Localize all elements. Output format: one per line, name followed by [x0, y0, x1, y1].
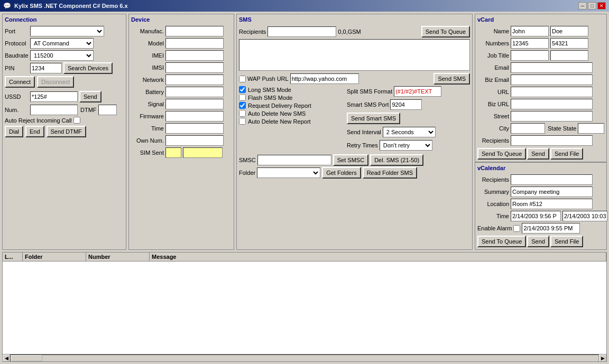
- email-input[interactable]: [511, 62, 593, 73]
- minimize-button[interactable]: ─: [578, 2, 587, 10]
- get-folders-button[interactable]: Get Folders: [322, 167, 361, 179]
- vc-send-button[interactable]: Send: [527, 148, 549, 160]
- port-select[interactable]: [30, 26, 104, 36]
- recipients-label: Recipients: [239, 29, 266, 35]
- biz-url-input[interactable]: [511, 99, 593, 109]
- vcal-location-input[interactable]: Room #512: [511, 199, 593, 209]
- vc-recipients-input[interactable]: [511, 135, 593, 146]
- smart-port-input[interactable]: 9204: [390, 99, 422, 110]
- vcal-summary-input[interactable]: Company meeting: [511, 186, 593, 197]
- signal-row: Signal: [131, 99, 232, 109]
- manufac-input[interactable]: [165, 26, 224, 36]
- signal-input[interactable]: [165, 99, 224, 109]
- time-input[interactable]: [165, 123, 224, 134]
- folder-select[interactable]: [257, 167, 320, 178]
- ussd-input[interactable]: *125#: [30, 91, 78, 102]
- battery-input[interactable]: [165, 87, 224, 97]
- vcal-time-input1[interactable]: 2/14/2003 9:56 P: [511, 211, 561, 221]
- vcal-send-file-button[interactable]: Send File: [550, 236, 583, 247]
- street-input[interactable]: [511, 111, 593, 122]
- connect-button[interactable]: Connect: [5, 76, 35, 88]
- last-name-input[interactable]: Doe: [550, 26, 588, 36]
- ussd-send-button[interactable]: Send: [79, 91, 102, 102]
- long-sms-checkbox[interactable]: [239, 86, 246, 93]
- del-sms-button[interactable]: Del. SMS (21-50): [370, 154, 423, 166]
- split-input[interactable]: (#1/#2)#TEXT: [394, 86, 441, 97]
- message-textarea[interactable]: [239, 39, 470, 71]
- scroll-thumb[interactable]: [11, 355, 42, 361]
- ussd-label: USSD: [5, 94, 29, 100]
- sim-sent-input2[interactable]: [183, 147, 223, 158]
- firmware-row: Firmware: [131, 111, 232, 122]
- own-num-input[interactable]: [165, 135, 224, 146]
- network-row: Network: [131, 74, 232, 85]
- wap-checkbox[interactable]: [239, 76, 246, 82]
- send-sms-button[interactable]: Send SMS: [433, 73, 470, 85]
- search-devices-button[interactable]: Search Devices: [63, 62, 113, 74]
- biz-email-input[interactable]: [511, 74, 593, 85]
- send-interval-label: Send Interval: [347, 129, 381, 135]
- close-button[interactable]: ✕: [597, 2, 606, 10]
- number2-input[interactable]: 54321: [550, 38, 588, 49]
- pin-input[interactable]: 1234: [30, 63, 62, 73]
- wap-input[interactable]: http://wap.yahoo.com: [290, 73, 359, 84]
- number1-input[interactable]: 12345: [511, 38, 549, 49]
- dtmf-row: Num. DTMF: [5, 105, 124, 115]
- send-interval-row: Send Interval 1 Second 2 Seconds 5 Secon…: [347, 127, 470, 137]
- send-interval-select[interactable]: 1 Second 2 Seconds 5 Seconds 10 Seconds: [383, 127, 436, 137]
- vc-recipients-row: Recipients: [477, 135, 604, 146]
- recipients-input[interactable]: [267, 26, 336, 37]
- send-dtmf-button[interactable]: Send DTMF: [47, 126, 86, 137]
- wap-row: WAP Push URL http://wap.yahoo.com Send S…: [239, 73, 470, 85]
- city-input[interactable]: [511, 123, 545, 134]
- send-smart-sms-button[interactable]: Send Smart SMS: [347, 113, 400, 124]
- firmware-input[interactable]: [165, 111, 224, 122]
- scroll-right-arrow[interactable]: ▶: [599, 354, 606, 362]
- vcal-send-to-queue-button[interactable]: Send To Queue: [477, 236, 526, 247]
- protocol-select[interactable]: AT Command GSM Modem HTTP: [30, 38, 94, 49]
- model-input[interactable]: [165, 38, 224, 49]
- dial-button[interactable]: Dial: [5, 126, 23, 137]
- smsc-input[interactable]: [257, 155, 331, 165]
- maximize-button[interactable]: □: [588, 2, 596, 10]
- auto-delete-report-checkbox[interactable]: [239, 118, 246, 125]
- vcal-send-button[interactable]: Send: [527, 236, 549, 247]
- network-input[interactable]: [165, 74, 224, 85]
- imei-input[interactable]: [165, 50, 224, 61]
- jobtitle-input2[interactable]: [550, 50, 588, 61]
- signal-label: Signal: [131, 101, 164, 107]
- read-folder-sms-button[interactable]: Read Folder SMS: [363, 167, 417, 179]
- delivery-checkbox[interactable]: [239, 102, 246, 109]
- vcal-btn-row: Send To Queue Send Send File: [477, 236, 604, 247]
- state-input[interactable]: [578, 123, 604, 134]
- flash-sms-checkbox[interactable]: [239, 94, 246, 101]
- url-input[interactable]: [511, 87, 593, 97]
- dtmf-input[interactable]: [98, 105, 117, 115]
- auto-reject-checkbox[interactable]: [73, 117, 80, 124]
- baudrate-select[interactable]: 9600 19200 38400 57600 115200: [30, 50, 94, 61]
- first-name-input[interactable]: John: [511, 26, 549, 36]
- auto-delete-sms-checkbox[interactable]: [239, 110, 246, 117]
- vcal-recipients-input[interactable]: [511, 174, 593, 185]
- dial-row: Dial End Send DTMF: [5, 126, 124, 137]
- scroll-left-arrow[interactable]: ◀: [3, 354, 10, 362]
- num-input[interactable]: [30, 105, 78, 115]
- vc-send-to-queue-button[interactable]: Send To Queue: [477, 148, 526, 160]
- vcal-time-input2[interactable]: 2/14/2003 10:03: [562, 211, 607, 221]
- end-button[interactable]: End: [25, 126, 44, 137]
- jobtitle-input1[interactable]: [511, 50, 549, 61]
- auto-reject-row: Auto Reject Incoming Call: [5, 117, 124, 124]
- horizontal-scrollbar[interactable]: ◀ ▶: [3, 354, 606, 361]
- vc-send-file-button[interactable]: Send File: [550, 148, 583, 160]
- port-label: Port: [5, 28, 29, 34]
- retry-select[interactable]: Don't retry 1 time 2 times 3 times: [380, 140, 432, 151]
- vcal-alarm-input[interactable]: 2/14/2003 9:55 PM: [522, 223, 580, 234]
- sms-options-row: Long SMS Mode Flash SMS Mode Request Del…: [239, 86, 470, 152]
- imsi-input[interactable]: [165, 62, 224, 73]
- disconnect-button[interactable]: Disconnect: [37, 76, 74, 88]
- send-to-queue-button[interactable]: Send To Queue: [421, 26, 470, 38]
- set-smsc-button[interactable]: Set SMSC: [333, 154, 368, 166]
- scrollbar-track[interactable]: [10, 354, 599, 362]
- sim-sent-input1[interactable]: [165, 147, 181, 158]
- vcal-alarm-checkbox[interactable]: [513, 225, 520, 232]
